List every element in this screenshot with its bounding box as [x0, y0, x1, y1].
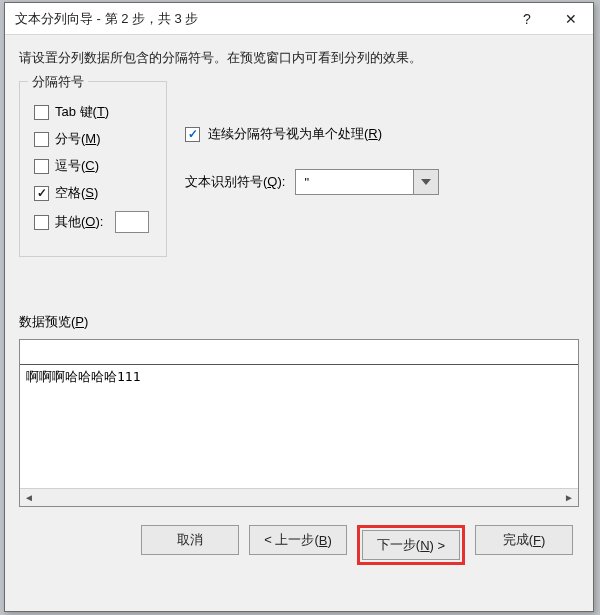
- close-button[interactable]: ✕: [549, 3, 593, 35]
- text-qualifier-row: 文本识别符号(Q): ": [185, 169, 579, 195]
- delimiter-other-input[interactable]: [115, 211, 149, 233]
- preview-header: [20, 340, 578, 364]
- data-preview-box: 啊啊啊哈哈哈哈111 ◄ ►: [19, 339, 579, 507]
- text-to-columns-wizard-dialog: 文本分列向导 - 第 2 步，共 3 步 ? ✕ 请设置分列数据所包含的分隔符号…: [4, 2, 594, 612]
- scroll-track[interactable]: [38, 489, 560, 506]
- delimiter-other-row[interactable]: 其他(O):: [34, 211, 152, 233]
- text-qualifier-value[interactable]: ": [295, 169, 413, 195]
- dialog-buttons: 取消 < 上一步(B) 下一步(N) > 完成(F): [19, 507, 579, 579]
- delimiter-tab-row[interactable]: Tab 键(T): [34, 103, 152, 121]
- back-button[interactable]: < 上一步(B): [249, 525, 347, 555]
- delimiter-comma-label: 逗号(C): [55, 157, 99, 175]
- titlebar: 文本分列向导 - 第 2 步，共 3 步 ? ✕: [5, 3, 593, 35]
- delimiter-space-checkbox[interactable]: [34, 186, 49, 201]
- delimiter-semicolon-checkbox[interactable]: [34, 132, 49, 147]
- text-qualifier-combo[interactable]: ": [295, 169, 439, 195]
- cancel-button[interactable]: 取消: [141, 525, 239, 555]
- delimiters-fieldset: 分隔符号 Tab 键(T) 分号(M) 逗号(C): [19, 81, 167, 257]
- delimiter-space-label: 空格(S): [55, 184, 98, 202]
- help-button[interactable]: ?: [505, 3, 549, 35]
- scroll-right-arrow-icon[interactable]: ►: [560, 489, 578, 506]
- dialog-body: 请设置分列数据所包含的分隔符号。在预览窗口内可看到分列的效果。 分隔符号 Tab…: [5, 35, 593, 611]
- text-qualifier-label: 文本识别符号(Q):: [185, 173, 285, 191]
- preview-row: 啊啊啊哈哈哈哈111: [20, 365, 578, 389]
- delimiter-semicolon-row[interactable]: 分号(M): [34, 130, 152, 148]
- next-button-highlight: 下一步(N) >: [357, 525, 465, 565]
- delimiter-space-row[interactable]: 空格(S): [34, 184, 152, 202]
- right-options: 连续分隔符号视为单个处理(R) 文本识别符号(Q): ": [185, 81, 579, 195]
- delimiter-tab-label: Tab 键(T): [55, 103, 109, 121]
- scroll-left-arrow-icon[interactable]: ◄: [20, 489, 38, 506]
- delimiter-semicolon-label: 分号(M): [55, 130, 101, 148]
- delimiters-legend: 分隔符号: [28, 73, 88, 91]
- dialog-title: 文本分列向导 - 第 2 步，共 3 步: [15, 10, 505, 28]
- finish-button[interactable]: 完成(F): [475, 525, 573, 555]
- instruction-text: 请设置分列数据所包含的分隔符号。在预览窗口内可看到分列的效果。: [19, 49, 579, 67]
- next-button[interactable]: 下一步(N) >: [362, 530, 460, 560]
- data-preview-label: 数据预览(P): [19, 313, 579, 331]
- delimiter-other-checkbox[interactable]: [34, 215, 49, 230]
- delimiter-comma-checkbox[interactable]: [34, 159, 49, 174]
- treat-consecutive-checkbox[interactable]: [185, 127, 200, 142]
- treat-consecutive-label: 连续分隔符号视为单个处理(R): [208, 125, 382, 143]
- delimiter-tab-checkbox[interactable]: [34, 105, 49, 120]
- delimiter-other-label: 其他(O):: [55, 213, 103, 231]
- preview-horizontal-scrollbar[interactable]: ◄ ►: [20, 488, 578, 506]
- text-qualifier-dropdown-button[interactable]: [413, 169, 439, 195]
- chevron-down-icon: [421, 179, 431, 185]
- delimiter-comma-row[interactable]: 逗号(C): [34, 157, 152, 175]
- options-row: 分隔符号 Tab 键(T) 分号(M) 逗号(C): [19, 81, 579, 257]
- treat-consecutive-row[interactable]: 连续分隔符号视为单个处理(R): [185, 125, 579, 143]
